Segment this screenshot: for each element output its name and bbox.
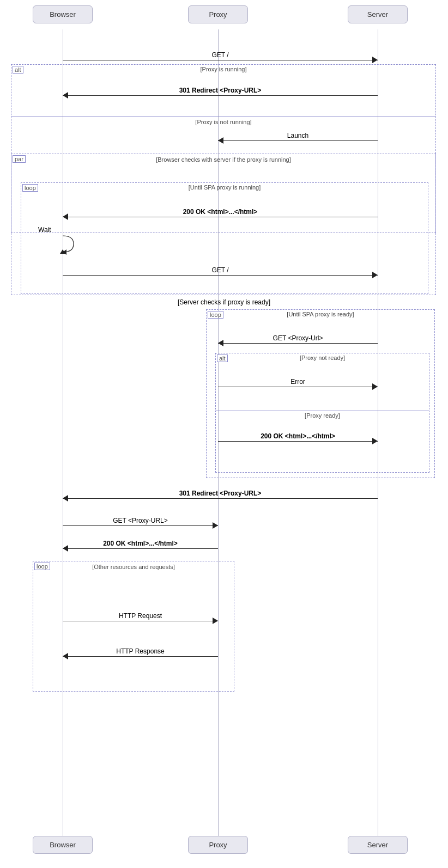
svg-marker-1 (63, 249, 66, 255)
msg-http-request: HTTP Request (63, 615, 218, 626)
browser-lifeline-top: Browser (33, 5, 93, 23)
server-lifeline-bottom: Server (348, 836, 408, 854)
sequence-diagram: Browser Proxy Server GET / alt [Proxy is… (0, 0, 448, 868)
server-lifeline-top: Server (348, 5, 408, 23)
msg-200-ok-2: 200 OK <html>...</html> (218, 436, 378, 447)
browser-lifeline-bottom: Browser (33, 836, 93, 854)
msg-get-proxy-url: GET <Proxy-Url> (218, 338, 378, 349)
msg-200-ok-1: 200 OK <html>...</html> (63, 211, 378, 222)
loop-fragment-3: loop [Other resources and requests] (33, 561, 234, 692)
alt-divider-1 (11, 117, 435, 117)
self-loop-arrow (44, 233, 76, 255)
alt-divider-2 (216, 411, 429, 411)
msg-get-slash-1: GET / (63, 54, 378, 65)
msg-http-response: HTTP Response (63, 651, 218, 662)
msg-301-redirect-2: 301 Redirect <Proxy-URL> (63, 493, 378, 504)
msg-get-slash-2: GET / (63, 270, 378, 280)
wait-label: Wait (38, 226, 51, 234)
proxy-lifeline-bottom: Proxy (188, 836, 248, 854)
msg-get-proxy-url-2: GET <Proxy-URL> (63, 520, 218, 531)
alt-fragment-2: alt [Proxy not ready] [Proxy ready] (215, 353, 429, 473)
msg-error: Error (218, 381, 378, 392)
msg-301-redirect-1: 301 Redirect <Proxy-URL> (63, 90, 378, 101)
msg-launch: Launch (218, 135, 378, 146)
msg-200-ok-3: 200 OK <html>...</html> (63, 543, 218, 554)
proxy-lifeline-top: Proxy (188, 5, 248, 23)
server-checks-label: [Server checks if proxy is ready] (55, 298, 393, 306)
